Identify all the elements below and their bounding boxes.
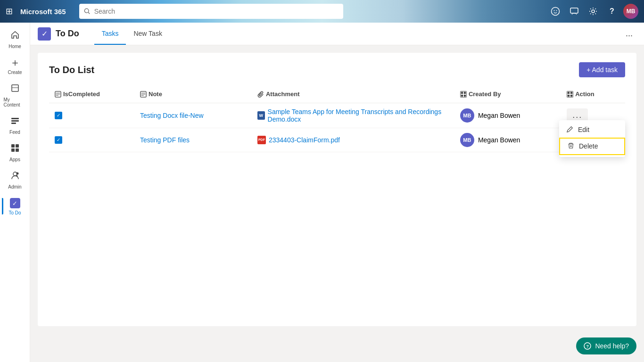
sidebar-item-admin[interactable]: Admin	[2, 167, 28, 192]
content-area: ✓ To Do Tasks New Task ... To Do List + …	[30, 23, 644, 362]
top-bar-actions: ? MB	[548, 4, 638, 19]
table-row: ✓ Testing Docx file-New W Sample Teams A…	[49, 103, 625, 128]
col-header-createdby: Created By	[454, 87, 561, 103]
cell-attachment-2: PDF 2334403-ClaimForm.pdf	[252, 128, 454, 152]
need-help-button[interactable]: ? Need help?	[576, 337, 636, 354]
card-title: To Do List	[49, 65, 94, 75]
sidebar-item-todo[interactable]: ✓ To Do	[2, 194, 28, 218]
search-input[interactable]	[94, 8, 339, 15]
avatar-1: MB	[460, 108, 474, 123]
table-row: ✓ Testing PDF files PDF 2334403-ClaimFor…	[49, 128, 625, 152]
svg-rect-29	[461, 94, 463, 96]
sidebar-item-create[interactable]: ＋ Create	[2, 54, 28, 78]
tab-tasks[interactable]: Tasks	[94, 23, 126, 45]
left-nav: Home ＋ Create My Content Fe	[0, 23, 30, 362]
sidebar-item-create-label: Create	[8, 70, 22, 75]
cell-iscompleted-2: ✓	[49, 128, 134, 152]
task-link-2[interactable]: Testing PDF files	[140, 136, 190, 144]
admin-icon	[10, 171, 20, 182]
smiley-icon[interactable]	[548, 4, 563, 19]
edit-label: Edit	[578, 126, 589, 133]
creator-name-2: Megan Bowen	[478, 136, 520, 144]
settings-icon[interactable]	[586, 4, 601, 19]
context-menu-delete[interactable]: Delete	[559, 138, 625, 155]
checkbox-2[interactable]: ✓	[55, 136, 62, 144]
cell-createdby-2: MB Megan Bowen	[454, 128, 561, 152]
pdf-file-icon: PDF	[257, 136, 266, 144]
svg-line-1	[88, 12, 90, 14]
avatar-2: MB	[460, 133, 474, 147]
apps-icon	[10, 143, 20, 155]
svg-point-0	[84, 8, 89, 13]
delete-icon	[568, 142, 574, 150]
top-bar: ⊞ Microsoft 365	[0, 0, 644, 23]
need-help-label: Need help?	[595, 342, 629, 350]
sidebar-item-mycontent[interactable]: My Content	[2, 80, 28, 110]
action-col-icon	[567, 91, 573, 98]
sidebar-item-home-label: Home	[8, 44, 21, 49]
svg-rect-27	[461, 91, 463, 93]
svg-rect-28	[464, 91, 466, 93]
svg-rect-5	[570, 8, 578, 13]
svg-rect-15	[16, 148, 19, 152]
svg-rect-7	[12, 85, 18, 91]
createdby-cell-1: MB Megan Bowen	[460, 108, 555, 123]
waffle-icon[interactable]: ⊞	[6, 6, 13, 16]
svg-rect-35	[570, 94, 572, 96]
home-icon	[10, 30, 20, 42]
feed-icon	[10, 116, 20, 128]
help-icon[interactable]: ?	[604, 4, 619, 19]
sidebar-item-apps[interactable]: Apps	[2, 140, 28, 165]
svg-rect-12	[11, 144, 15, 148]
sub-header: ✓ To Do Tasks New Task ...	[30, 23, 644, 45]
app-title-icon: ✓	[38, 27, 51, 41]
task-link-1[interactable]: Testing Docx file-New	[140, 112, 204, 119]
sidebar-item-mycontent-label: My Content	[4, 97, 26, 107]
col-header-action: Action	[561, 87, 625, 103]
creator-name-1: Megan Bowen	[478, 112, 520, 119]
attachment-link-2[interactable]: PDF 2334403-ClaimForm.pdf	[257, 136, 449, 144]
sidebar-item-feed[interactable]: Feed	[2, 112, 28, 138]
delete-label: Delete	[579, 142, 598, 150]
user-avatar[interactable]: MB	[623, 4, 638, 19]
createdby-cell-2: MB Megan Bowen	[460, 133, 555, 147]
iscompleted-col-icon	[55, 91, 61, 98]
edit-icon	[567, 126, 573, 134]
comment-icon[interactable]	[567, 4, 582, 19]
sidebar-item-apps-label: Apps	[9, 157, 20, 162]
tab-newtask[interactable]: New Task	[126, 23, 169, 45]
app-title-area: ✓ To Do	[38, 27, 79, 41]
sidebar-item-feed-label: Feed	[9, 130, 20, 135]
sidebar-item-home[interactable]: Home	[2, 26, 28, 52]
cell-attachment-1: W Sample Teams App for Meeting Transcrip…	[252, 103, 454, 128]
checkbox-cell-2: ✓	[55, 136, 129, 144]
col-header-note: Note	[134, 87, 252, 103]
add-task-button[interactable]: + Add task	[579, 62, 625, 77]
cell-iscompleted-1: ✓	[49, 103, 134, 128]
help-circle-icon: ?	[584, 342, 591, 350]
context-menu: Edit	[559, 120, 625, 157]
svg-point-6	[592, 10, 594, 13]
checkbox-1[interactable]: ✓	[55, 112, 62, 119]
app-title: To Do	[56, 29, 79, 39]
sidebar-item-admin-label: Admin	[8, 184, 21, 189]
svg-rect-14	[11, 148, 15, 152]
attachment-link-1[interactable]: W Sample Teams App for Meeting Transcrip…	[257, 108, 449, 123]
more-options-button[interactable]: ...	[622, 27, 636, 41]
search-bar	[79, 4, 343, 19]
cell-action-1: ... Edit	[561, 103, 625, 128]
attachment-name-1: Sample Teams App for Meeting Transcripts…	[268, 108, 449, 123]
cell-createdby-1: MB Megan Bowen	[454, 103, 561, 128]
col-header-iscompleted: IsCompleted	[49, 87, 134, 103]
table-header-row: IsCompleted	[49, 87, 625, 103]
sidebar-item-todo-label: To Do	[8, 210, 21, 215]
app-logo: Microsoft 365	[20, 8, 66, 16]
svg-point-4	[556, 10, 557, 11]
svg-point-3	[554, 10, 555, 11]
context-menu-edit[interactable]: Edit	[559, 122, 625, 138]
todo-icon: ✓	[10, 198, 20, 208]
card-header: To Do List + Add task	[49, 62, 625, 77]
svg-rect-32	[568, 91, 570, 93]
search-icon	[84, 8, 91, 15]
svg-rect-10	[11, 120, 19, 122]
